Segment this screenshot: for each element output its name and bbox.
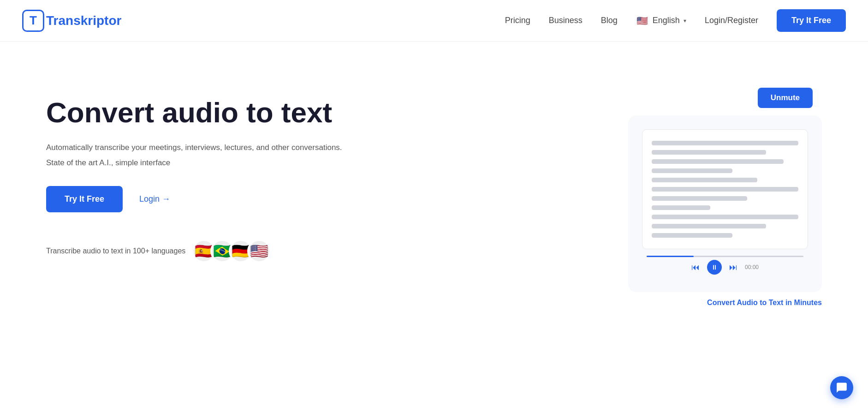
text-line-11 (652, 233, 732, 238)
nav-blog[interactable]: Blog (601, 16, 618, 25)
text-line-4 (652, 168, 732, 173)
skip-back-icon[interactable]: ⏮ (691, 263, 700, 272)
text-line-8 (652, 205, 710, 210)
text-line-10 (652, 224, 766, 228)
login-hero-button[interactable]: Login → (139, 194, 170, 204)
hero-left: Convert audio to text Automatically tran… (46, 78, 342, 262)
skip-forward-icon[interactable]: ⏭ (729, 263, 737, 272)
text-line-5 (652, 178, 757, 182)
transcript-text-area (642, 129, 808, 249)
hero-subtitle: State of the art A.I., simple interface (46, 158, 342, 168)
text-line-7 (652, 196, 747, 201)
chevron-down-icon: ▾ (684, 18, 686, 24)
hero-right: Unmute ⏮ (628, 88, 822, 307)
hero-lang-text: Transcribe audio to text in 100+ languag… (46, 247, 185, 255)
hero-languages: Transcribe audio to text in 100+ languag… (46, 240, 342, 262)
nav-business[interactable]: Business (549, 16, 583, 25)
nav-pricing[interactable]: Pricing (505, 16, 530, 25)
logo-icon: T (22, 10, 44, 32)
language-selector[interactable]: 🇺🇸 English ▾ (636, 14, 686, 27)
hero-actions: Try It Free Login → (46, 186, 342, 212)
text-line-9 (652, 215, 798, 219)
us-flag-icon: 🇺🇸 (636, 14, 649, 27)
chat-icon (836, 382, 848, 394)
flags-row: 🇪🇸 🇧🇷 🇩🇪 🇺🇸 (193, 240, 270, 262)
pause-button[interactable]: ⏸ (707, 260, 722, 275)
audio-bar (642, 249, 808, 260)
flag-usa: 🇺🇸 (248, 240, 270, 262)
audio-progress-fill (647, 256, 694, 257)
text-line-3 (652, 159, 784, 164)
audio-time: 00:00 (745, 264, 759, 270)
login-register-link[interactable]: Login/Register (705, 16, 758, 25)
pause-icon: ⏸ (711, 264, 718, 271)
try-free-nav-button[interactable]: Try It Free (777, 9, 846, 32)
brand-name: Transkriptor (46, 13, 121, 28)
hero-description: Automatically transcribe your meetings, … (46, 141, 342, 154)
logo[interactable]: T Transkriptor (22, 10, 121, 32)
nav-links: Pricing Business Blog 🇺🇸 English ▾ Login… (505, 9, 846, 32)
card-caption: Convert Audio to Text in Minutes (707, 299, 822, 307)
language-label: English (653, 16, 680, 25)
chat-bubble-button[interactable] (830, 376, 853, 399)
text-line-6 (652, 187, 798, 192)
unmute-button[interactable]: Unmute (758, 88, 813, 108)
transcript-card: ⏮ ⏸ ⏭ 00:00 (628, 115, 822, 292)
try-free-hero-button[interactable]: Try It Free (46, 186, 123, 212)
hero-section: Convert audio to text Automatically tran… (0, 42, 868, 365)
navbar: T Transkriptor Pricing Business Blog 🇺🇸 … (0, 0, 868, 42)
audio-progress-bar[interactable] (647, 256, 803, 257)
hero-title: Convert audio to text (46, 97, 342, 128)
text-line-2 (652, 150, 766, 155)
text-line-1 (652, 141, 798, 145)
